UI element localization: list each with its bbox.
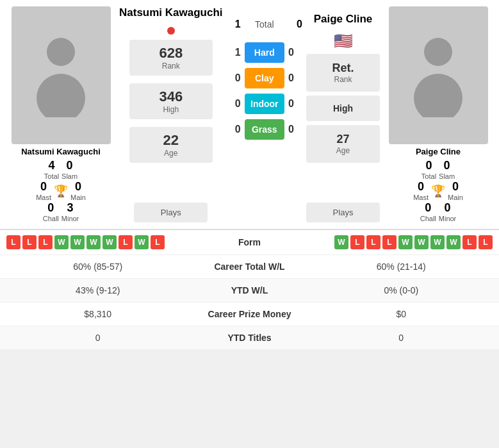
left-total-cell: 4 Total bbox=[44, 159, 59, 180]
form-label: Form bbox=[208, 237, 291, 247]
left-mast-cell: 0 Mast bbox=[36, 180, 51, 201]
right-stat-row-1: 0 Total 0 Slam bbox=[421, 159, 455, 180]
grass-row: 0 Grass 0 bbox=[227, 118, 302, 141]
right-minor-cell: 0 Minor bbox=[439, 201, 457, 222]
right-plays-label: Plays bbox=[333, 208, 354, 217]
form-badge-l: L bbox=[22, 235, 37, 249]
form-badge-l: L bbox=[119, 235, 133, 249]
ytd-titles-right: 0 bbox=[314, 333, 489, 343]
left-main-cell: 0 Main bbox=[70, 180, 86, 201]
ytd-titles-row: 0 YTD Titles 0 bbox=[0, 326, 499, 349]
form-badge-w: W bbox=[430, 235, 445, 249]
grass-right-score: 0 bbox=[288, 124, 302, 135]
right-trophy-cell: 🏆 bbox=[431, 180, 445, 201]
grass-badge: Grass bbox=[245, 119, 284, 140]
form-badge-l: L bbox=[350, 235, 364, 249]
left-center: Natsumi Kawaguchi 628 Rank 346 High 22 A… bbox=[119, 6, 223, 222]
left-player-name: Natsumi Kawaguchi bbox=[119, 6, 223, 19]
svg-point-3 bbox=[414, 74, 462, 117]
form-badge-l: L bbox=[151, 235, 165, 249]
ytd-titles-label: YTD Titles bbox=[186, 333, 314, 343]
left-stat-row-3: 0 Chall 3 Minor bbox=[43, 201, 79, 222]
left-age-lbl: Age bbox=[137, 149, 205, 158]
left-age-box: 22 Age bbox=[129, 127, 213, 163]
total-row: 1 Total 0 bbox=[227, 13, 302, 36]
total-left-score: 1 bbox=[227, 19, 241, 30]
form-badge-l: L bbox=[479, 235, 493, 249]
form-badge-w: W bbox=[54, 235, 69, 249]
indoor-left-score: 0 bbox=[227, 98, 241, 110]
right-ret-val: Ret. bbox=[311, 62, 375, 75]
form-badge-w: W bbox=[86, 235, 101, 249]
form-badge-w: W bbox=[446, 235, 461, 249]
clay-badge: Clay bbox=[245, 68, 284, 88]
svg-point-1 bbox=[37, 74, 85, 117]
form-badge-w: W bbox=[398, 235, 413, 249]
career-total-row: 60% (85-57) Career Total W/L 60% (21-14) bbox=[0, 255, 499, 279]
clay-left-score: 0 bbox=[227, 72, 241, 84]
form-badge-l: L bbox=[366, 235, 380, 249]
ytd-wl-label: YTD W/L bbox=[186, 285, 314, 295]
left-high-box: 346 High bbox=[129, 83, 213, 119]
prize-label: Career Prize Money bbox=[186, 309, 314, 319]
right-high-box: High bbox=[306, 95, 380, 121]
right-player-name: Paige Cline bbox=[314, 13, 373, 26]
form-badge-w: W bbox=[102, 235, 117, 249]
right-age-lbl: Age bbox=[311, 146, 375, 155]
left-slam-cell: 0 Slam bbox=[61, 159, 78, 180]
form-badge-w: W bbox=[70, 235, 85, 249]
right-stat-row-2: 0 Mast 🏆 0 Main bbox=[413, 180, 463, 201]
right-high-val: High bbox=[311, 103, 375, 113]
right-ret-box: Ret. Rank bbox=[306, 54, 380, 92]
left-high-val: 346 bbox=[137, 88, 205, 105]
total-right-score: 0 bbox=[288, 19, 302, 30]
right-plays-box: Plays bbox=[306, 203, 380, 222]
left-player-name-below: Natsumi Kawaguchi bbox=[21, 147, 101, 156]
left-age-val: 22 bbox=[137, 132, 205, 149]
indoor-row: 0 Indoor 0 bbox=[227, 92, 302, 115]
left-country-dot bbox=[167, 27, 175, 35]
top-section: Natsumi Kawaguchi 4 Total 0 Slam 0 Mast bbox=[0, 0, 499, 229]
right-player-name-below: Paige Cline bbox=[416, 147, 461, 156]
career-total-right: 60% (21-14) bbox=[314, 261, 489, 272]
form-badge-l: L bbox=[6, 235, 20, 249]
ytd-wl-right: 0% (0-0) bbox=[314, 285, 489, 295]
hard-badge: Hard bbox=[245, 42, 284, 63]
right-player-photo bbox=[389, 6, 488, 144]
left-chall-cell: 0 Chall bbox=[43, 201, 59, 222]
clay-row: 0 Clay 0 bbox=[227, 67, 302, 90]
center-section: Natsumi Kawaguchi 628 Rank 346 High 22 A… bbox=[119, 6, 380, 222]
career-total-label: Career Total W/L bbox=[186, 261, 314, 272]
grass-left-score: 0 bbox=[227, 124, 241, 135]
main-container: Natsumi Kawaguchi 4 Total 0 Slam 0 Mast bbox=[0, 0, 499, 349]
bottom-section: LLLWWWWLWL Form WLLLWWWWLL 60% (85-57) C… bbox=[0, 229, 499, 349]
left-plays-box: Plays bbox=[134, 203, 208, 222]
form-badge-w: W bbox=[414, 235, 429, 249]
right-trophy-icon: 🏆 bbox=[431, 184, 445, 198]
right-chall-cell: 0 Chall bbox=[420, 201, 436, 222]
left-plays-label: Plays bbox=[161, 208, 181, 217]
left-stat-row-1: 4 Total 0 Slam bbox=[44, 159, 78, 180]
right-mast-cell: 0 Mast bbox=[413, 180, 429, 201]
left-trophy-icon: 🏆 bbox=[54, 184, 68, 198]
form-badge-l: L bbox=[462, 235, 477, 249]
ytd-wl-row: 43% (9-12) YTD W/L 0% (0-0) bbox=[0, 279, 499, 303]
surface-col: 1 Total 0 1 Hard 0 0 Clay bbox=[227, 6, 302, 222]
right-total-cell: 0 Total bbox=[421, 159, 436, 180]
left-player: Natsumi Kawaguchi 4 Total 0 Slam 0 Mast bbox=[6, 6, 115, 222]
left-trophy-cell: 🏆 bbox=[54, 180, 68, 201]
left-minor-cell: 3 Minor bbox=[61, 201, 79, 222]
ytd-titles-left: 0 bbox=[10, 333, 186, 343]
right-age-val: 27 bbox=[311, 133, 375, 146]
left-rank-lbl: Rank bbox=[137, 62, 205, 71]
left-form-badges: LLLWWWWLWL bbox=[6, 235, 208, 249]
right-stat-row-3: 0 Chall 0 Minor bbox=[420, 201, 457, 222]
hard-row: 1 Hard 0 bbox=[227, 41, 302, 64]
right-ret-lbl: Rank bbox=[311, 75, 375, 84]
svg-point-0 bbox=[47, 38, 75, 66]
total-label: Total bbox=[245, 19, 284, 29]
prize-left: $8,310 bbox=[10, 309, 186, 319]
right-form-badges: WLLLWWWWLL bbox=[291, 235, 493, 249]
right-main-cell: 0 Main bbox=[448, 180, 463, 201]
form-badge-w: W bbox=[334, 235, 348, 249]
